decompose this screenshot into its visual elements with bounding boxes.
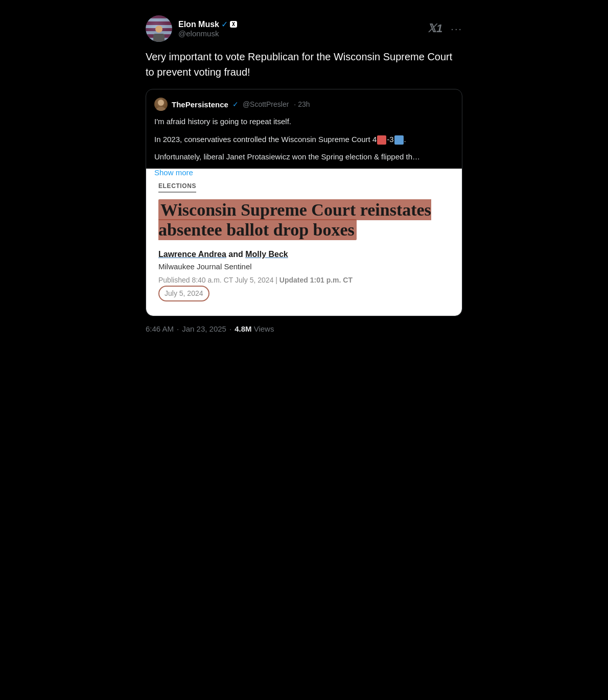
more-options-button[interactable]: ··· (451, 23, 462, 35)
tweet-views: 4.8M Views (235, 324, 274, 333)
dot-separator-1: · (177, 324, 179, 333)
quote-verified-icon: ✓ (232, 100, 239, 108)
article-headline-highlighted: Wisconsin Supreme Court reinstates absen… (158, 199, 431, 240)
quote-header: ThePersistence ✓ @ScottPresler · 23h (154, 98, 454, 111)
blue-square-icon (394, 135, 404, 145)
article-embed: ELECTIONS Wisconsin Supreme Court reinst… (146, 169, 462, 316)
user-info: Elon Musk ✓ X @elonmusk (178, 19, 237, 38)
quote-time: · 23h (294, 100, 310, 108)
dot-separator-2: · (229, 324, 231, 333)
article-authors: Lawrence Andrea and Molly Beck (158, 250, 450, 259)
tweet-meta: 6:46 AM · Jan 23, 2025 · 4.8M Views (146, 324, 462, 333)
article-publication: Milwaukee Journal Sentinel (158, 262, 450, 271)
red-square-icon (377, 135, 386, 145)
quote-line-2-before: In 2023, conservatives controlled the Wi… (154, 135, 377, 144)
tweet-date: Jan 23, 2025 (182, 324, 226, 333)
quote-line-2-after: -3 (387, 135, 393, 144)
x1-logo: 𝕏1 (427, 22, 442, 35)
tweet-text: Very important to vote Republican for th… (146, 49, 462, 80)
tweet-header-left: Elon Musk ✓ X @elonmusk (146, 15, 237, 42)
article-updated: Updated 1:01 p.m. CT (279, 276, 353, 284)
tweet-header-right: 𝕏1 ··· (427, 22, 462, 35)
quote-text: I'm afraid history is going to repeat it… (154, 116, 454, 163)
date-separator: | (275, 276, 279, 284)
article-date-highlighted: July 5, 2024 (158, 286, 209, 301)
views-count: 4.8M (235, 324, 251, 333)
article-headline: Wisconsin Supreme Court reinstates absen… (158, 200, 450, 240)
display-name[interactable]: Elon Musk (178, 20, 219, 29)
author-2-link[interactable]: Molly Beck (245, 250, 288, 259)
display-name-row: Elon Musk ✓ X (178, 19, 237, 29)
x-badge: X (230, 21, 237, 28)
views-label: Views (254, 324, 274, 333)
quote-line-1: I'm afraid history is going to repeat it… (154, 116, 454, 128)
quote-username[interactable]: @ScottPresler (243, 100, 289, 108)
verified-badge-icon: ✓ (221, 19, 228, 29)
tweet-header: Elon Musk ✓ X @elonmusk 𝕏1 ··· (146, 15, 462, 42)
article-section: ELECTIONS (158, 182, 196, 193)
tweet-container: Elon Musk ✓ X @elonmusk 𝕏1 ··· Very impo… (146, 15, 462, 333)
author-1-link[interactable]: Lawrence Andrea (158, 250, 226, 259)
author-separator: and (228, 250, 245, 259)
svg-point-1 (156, 107, 166, 111)
article-published: Published 8:40 a.m. CT July 5, 2024 (158, 276, 273, 284)
quote-tweet[interactable]: ThePersistence ✓ @ScottPresler · 23h I'm… (146, 89, 462, 316)
quote-avatar (154, 98, 168, 111)
quote-line-2: In 2023, conservatives controlled the Wi… (154, 134, 454, 146)
article-date: Published 8:40 a.m. CT July 5, 2024 | Up… (158, 275, 450, 301)
svg-point-0 (158, 100, 164, 106)
quote-line-3: Unfortunately, liberal Janet Protasiewic… (154, 151, 454, 163)
quote-display-name[interactable]: ThePersistence (172, 100, 228, 109)
username[interactable]: @elonmusk (178, 29, 237, 38)
tweet-time: 6:46 AM (146, 324, 174, 333)
tweet-footer: 6:46 AM · Jan 23, 2025 · 4.8M Views (146, 324, 462, 333)
avatar[interactable] (146, 15, 172, 42)
